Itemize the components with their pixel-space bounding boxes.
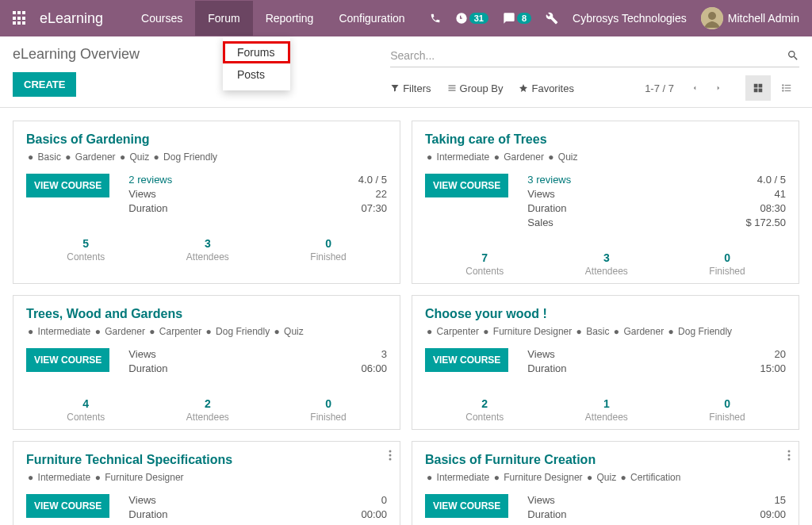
pager-prev[interactable]: [685, 79, 704, 98]
svg-point-12: [389, 450, 392, 453]
timer-badge: 31: [469, 13, 488, 24]
search-icon[interactable]: [787, 49, 799, 62]
stat-finished[interactable]: 0Finished: [310, 397, 346, 423]
company-switcher[interactable]: Cybrosys Technologies: [573, 12, 687, 25]
stat-attendees[interactable]: 3Attendees: [186, 237, 229, 262]
course-tags: ● Intermediate ● Gardener ● Carpenter ● …: [26, 326, 387, 337]
course-tags: ● Intermediate ● Gardener ● Quiz: [425, 151, 786, 163]
view-course-button[interactable]: VIEW COURSE: [425, 174, 508, 197]
course-card: Basics of Gardening● Basic ● Gardener ● …: [13, 121, 400, 284]
view-course-button[interactable]: VIEW COURSE: [26, 494, 109, 518]
card-menu-icon[interactable]: [787, 450, 791, 461]
course-card: Taking care of Trees● Intermediate ● Gar…: [412, 121, 799, 284]
create-button[interactable]: CREATE: [13, 72, 76, 97]
svg-point-17: [788, 458, 791, 461]
view-course-button[interactable]: VIEW COURSE: [26, 174, 109, 197]
course-tags: ● Basic ● Gardener ● Quiz ● Dog Friendly: [26, 151, 387, 163]
svg-rect-5: [759, 89, 763, 93]
stat-attendees[interactable]: 2Attendees: [186, 397, 229, 423]
svg-rect-9: [785, 87, 791, 88]
view-course-button[interactable]: VIEW COURSE: [425, 348, 508, 372]
reviews-link[interactable]: 3 reviews: [527, 174, 571, 186]
pager-text: 1-7 / 7: [645, 82, 674, 94]
view-course-button[interactable]: VIEW COURSE: [425, 494, 508, 518]
svg-rect-4: [754, 89, 758, 93]
user-name: Mitchell Admin: [728, 12, 799, 25]
svg-rect-11: [785, 90, 791, 91]
svg-rect-7: [785, 85, 791, 86]
nav-item-reporting[interactable]: Reporting: [253, 1, 327, 36]
stat-contents[interactable]: 4Contents: [67, 397, 105, 423]
kanban-view-icon[interactable]: [745, 75, 771, 101]
tools-icon[interactable]: [546, 12, 558, 25]
search-input[interactable]: [390, 49, 787, 62]
course-title[interactable]: Choose your wood !: [425, 307, 786, 321]
course-title[interactable]: Trees, Wood and Gardens: [26, 307, 387, 321]
stat-contents[interactable]: 2Contents: [465, 397, 504, 423]
chat-icon[interactable]: 8: [503, 12, 531, 25]
svg-point-10: [782, 90, 783, 91]
reviews-link[interactable]: 2 reviews: [128, 174, 172, 186]
control-panel: eLearning Overview CREATE Filters Group …: [0, 36, 812, 108]
course-title[interactable]: Basics of Furniture Creation: [425, 453, 786, 467]
svg-point-16: [788, 454, 791, 457]
kanban-view: Basics of Gardening● Basic ● Gardener ● …: [0, 108, 812, 525]
main-navbar: eLearning CoursesForumReportingConfigura…: [0, 0, 812, 36]
course-tags: ● Intermediate ● Furniture Designer ● Qu…: [425, 472, 786, 483]
course-card: Furniture Technical Specifications● Inte…: [13, 441, 400, 525]
course-card: Trees, Wood and Gardens● Intermediate ● …: [13, 295, 400, 430]
timer-icon[interactable]: 31: [455, 12, 488, 25]
stat-finished[interactable]: 0Finished: [709, 397, 745, 423]
chat-badge: 8: [517, 13, 531, 24]
view-course-button[interactable]: VIEW COURSE: [26, 348, 109, 372]
page-title: eLearning Overview: [13, 46, 390, 63]
apps-icon[interactable]: [13, 11, 27, 25]
stat-finished[interactable]: 0Finished: [310, 237, 346, 262]
stat-finished[interactable]: 0Finished: [709, 251, 745, 277]
filters-button[interactable]: Filters: [390, 82, 431, 94]
stat-attendees[interactable]: 1Attendees: [585, 397, 628, 423]
course-card: Basics of Furniture Creation● Intermedia…: [412, 441, 799, 525]
svg-rect-3: [759, 84, 763, 88]
svg-point-1: [708, 12, 716, 20]
dropdown-item-posts[interactable]: Posts: [223, 63, 290, 86]
dropdown-item-forums[interactable]: Forums: [223, 41, 290, 63]
user-menu[interactable]: Mitchell Admin: [701, 7, 799, 29]
stat-contents[interactable]: 5Contents: [67, 237, 105, 262]
forum-dropdown: ForumsPosts: [223, 36, 290, 90]
pager-next[interactable]: [709, 79, 728, 98]
svg-rect-2: [754, 84, 758, 88]
svg-point-14: [389, 458, 392, 461]
nav-item-configuration[interactable]: Configuration: [326, 1, 417, 36]
list-view-icon[interactable]: [774, 75, 799, 101]
nav-item-courses[interactable]: Courses: [128, 1, 195, 36]
course-title[interactable]: Furniture Technical Specifications: [26, 453, 387, 467]
course-card: Choose your wood !● Carpenter ● Furnitur…: [412, 295, 799, 430]
svg-point-6: [782, 84, 783, 86]
svg-point-8: [782, 87, 783, 89]
svg-point-15: [788, 450, 791, 453]
course-tags: ● Intermediate ● Furniture Designer: [26, 472, 387, 483]
course-title[interactable]: Taking care of Trees: [425, 132, 786, 147]
card-menu-icon[interactable]: [389, 450, 392, 461]
avatar: [701, 7, 723, 29]
svg-point-13: [389, 454, 392, 457]
favorites-button[interactable]: Favorites: [519, 82, 573, 94]
course-tags: ● Carpenter ● Furniture Designer ● Basic…: [425, 326, 786, 337]
groupby-button[interactable]: Group By: [447, 82, 504, 94]
app-brand[interactable]: eLearning: [40, 10, 103, 27]
nav-item-forum[interactable]: Forum: [195, 1, 252, 36]
nav-menu: CoursesForumReportingConfiguration: [128, 1, 418, 36]
course-title[interactable]: Basics of Gardening: [26, 132, 387, 147]
stat-attendees[interactable]: 3Attendees: [585, 251, 628, 277]
phone-icon[interactable]: [430, 13, 441, 24]
stat-contents[interactable]: 7Contents: [465, 251, 504, 277]
